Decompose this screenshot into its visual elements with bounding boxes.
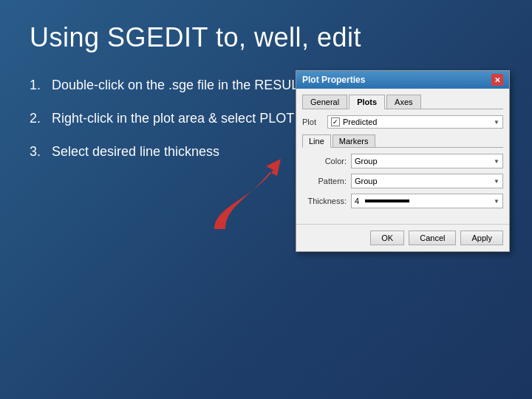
step-number-3: 3. xyxy=(30,142,46,162)
dialog-title: Plot Properties xyxy=(302,75,365,85)
pattern-label: Pattern: xyxy=(302,177,347,185)
slide: Using SGEDIT to, well, edit 1. Double-cl… xyxy=(0,0,532,399)
pattern-row: Pattern: Group ▼ xyxy=(302,174,503,188)
cancel-button[interactable]: Cancel xyxy=(409,231,456,245)
plot-properties-dialog: Plot Properties ✕ General Plots Axes Plo… xyxy=(296,70,510,252)
thickness-value: 4 xyxy=(355,197,359,205)
tab-plots[interactable]: Plots xyxy=(349,95,385,109)
pattern-dropdown[interactable]: Group ▼ xyxy=(351,174,503,188)
plot-row: Plot ✓ Predicted ▼ xyxy=(302,115,503,129)
slide-title: Using SGEDIT to, well, edit xyxy=(30,22,502,53)
thickness-row: Thickness: 4 ▼ xyxy=(302,194,503,208)
color-dropdown[interactable]: Group ▼ xyxy=(351,154,503,168)
thickness-dropdown[interactable]: 4 ▼ xyxy=(351,194,503,208)
plot-dropdown[interactable]: ✓ Predicted ▼ xyxy=(327,115,503,129)
step-number-2: 2. xyxy=(30,109,46,129)
main-tab-bar: General Plots Axes xyxy=(302,95,503,109)
color-dropdown-arrow: ▼ xyxy=(494,158,499,165)
thickness-bar xyxy=(365,200,409,202)
ok-button[interactable]: OK xyxy=(370,231,404,245)
sub-tab-markers[interactable]: Markers xyxy=(332,134,375,147)
dialog-body: General Plots Axes Plot ✓ Predicted ▼ Li… xyxy=(296,89,509,219)
color-label: Color: xyxy=(302,157,347,166)
tab-axes[interactable]: Axes xyxy=(386,95,420,109)
thickness-label: Thickness: xyxy=(302,197,347,205)
arrow-graphic xyxy=(192,111,303,259)
dialog-titlebar: Plot Properties ✕ xyxy=(296,71,509,89)
plot-dropdown-arrow: ▼ xyxy=(494,119,499,126)
sub-tab-line[interactable]: Line xyxy=(302,134,331,148)
color-row: Color: Group ▼ xyxy=(302,154,503,168)
plot-label: Plot xyxy=(302,117,323,126)
dialog-close-button[interactable]: ✕ xyxy=(491,74,503,86)
step-number-1: 1. xyxy=(30,75,46,95)
thickness-dropdown-arrow: ▼ xyxy=(494,198,499,205)
tab-general[interactable]: General xyxy=(302,95,347,109)
plot-checkbox[interactable]: ✓ xyxy=(331,117,340,126)
dialog-footer: OK Cancel Apply xyxy=(296,224,509,251)
sub-tab-bar: Line Markers xyxy=(302,134,503,148)
apply-button[interactable]: Apply xyxy=(460,231,503,245)
color-value: Group xyxy=(355,157,378,166)
pattern-value: Group xyxy=(355,177,378,185)
plot-value: Predicted xyxy=(343,117,377,126)
pattern-dropdown-arrow: ▼ xyxy=(494,178,499,185)
